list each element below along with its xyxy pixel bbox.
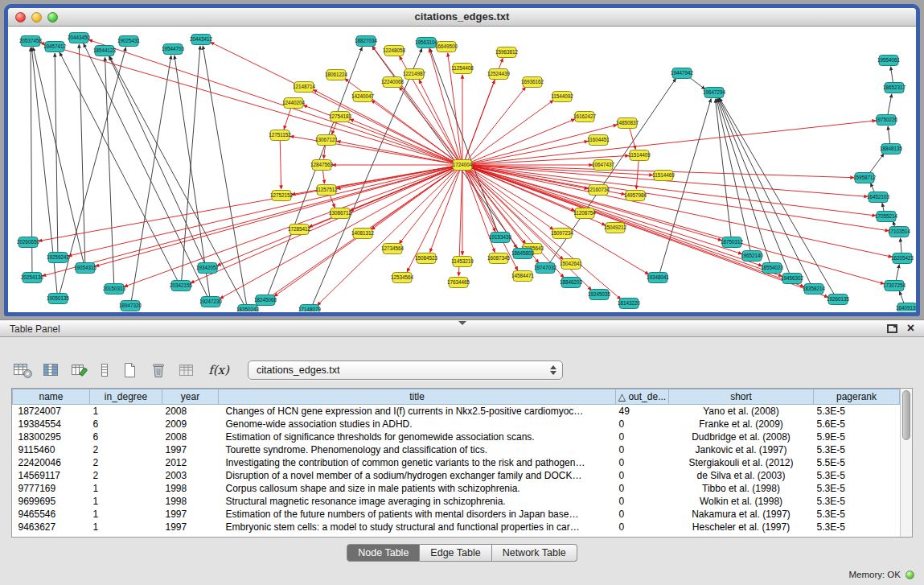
graph-node[interactable]: 18350243	[236, 305, 260, 312]
graph-node[interactable]: 12248058	[383, 46, 406, 56]
table-cell[interactable]: Estimation of significance thresholds fo…	[219, 431, 616, 443]
graph-node[interactable]: 19050135	[47, 294, 70, 304]
graph-node[interactable]: 20443450	[68, 33, 91, 43]
table-cell[interactable]: 5.3E-5	[814, 508, 900, 521]
table-cell[interactable]: Dudbridge et al. (2008)	[669, 431, 814, 443]
graph-node[interactable]: 16649500	[435, 42, 458, 52]
graph-node[interactable]: 18544123	[93, 46, 117, 56]
graph-node[interactable]: 19750226	[875, 115, 898, 126]
graph-node[interactable]: 19563104	[415, 38, 438, 48]
table-cell[interactable]: 0	[616, 443, 669, 456]
graph-node[interactable]: 18750312	[721, 237, 744, 248]
table-row[interactable]: 1456911722003Disruption of a novel membe…	[13, 469, 900, 482]
close-button[interactable]	[15, 12, 26, 23]
tab-node-table[interactable]: Node Table	[347, 544, 420, 562]
graph-node[interactable]: 17307254	[883, 281, 906, 291]
minimize-button[interactable]	[31, 12, 42, 23]
tab-edge-table[interactable]: Edge Table	[420, 544, 491, 562]
graph-node[interactable]: 17148079	[298, 305, 322, 312]
graph-edge[interactable]	[88, 40, 458, 164]
table-cell[interactable]: 2012	[162, 456, 219, 469]
graph-node[interactable]: 11254408	[451, 64, 474, 74]
table-cell[interactable]: 6	[90, 431, 162, 443]
graph-node[interactable]: 19054315	[74, 263, 97, 274]
table-cell[interactable]: Estimation of the future numbers of pati…	[219, 508, 616, 521]
table-cell[interactable]: 5.5E-5	[814, 456, 900, 469]
function-builder-button[interactable]: f(x)	[205, 360, 232, 381]
graph-edge[interactable]	[60, 47, 126, 295]
table-select[interactable]: citations_edges.txt	[248, 360, 563, 380]
table-scrollbar-thumb[interactable]	[902, 390, 910, 440]
table-cell[interactable]: 18724007	[13, 405, 90, 418]
table-cell[interactable]: 2	[90, 469, 162, 482]
table-cell[interactable]: 5.3E-5	[814, 469, 900, 482]
table-cell[interactable]: 1	[90, 508, 162, 521]
graph-node[interactable]: 14081312	[351, 229, 375, 239]
table-cell[interactable]: 5.3E-5	[814, 482, 900, 495]
graph-node[interactable]: 15049212	[604, 223, 627, 233]
graph-node[interactable]: 19245035	[588, 290, 611, 300]
graph-node[interactable]: 19348041	[647, 273, 670, 283]
graph-node[interactable]: 19544703	[162, 44, 185, 55]
table-cell[interactable]: 0	[616, 418, 669, 431]
table-row[interactable]: 969969511998Structural magnetic resonanc…	[13, 495, 900, 508]
graph-node[interactable]: 10647437	[592, 160, 615, 171]
graph-node[interactable]: 12240068	[381, 77, 405, 88]
graph-node[interactable]: 18143220	[618, 299, 641, 309]
table-cell[interactable]: de Silva et al. (2003)	[669, 469, 814, 482]
graph-node[interactable]: 17634465	[447, 278, 470, 288]
graph-node[interactable]: 11208754	[573, 208, 596, 219]
graph-node[interactable]: 19652140	[741, 251, 764, 262]
table-cell[interactable]: 0	[616, 508, 669, 521]
table-cell[interactable]: 2008	[162, 431, 219, 443]
float-panel-icon[interactable]	[887, 324, 897, 333]
graph-node[interactable]: 20260650	[17, 237, 40, 248]
table-cell[interactable]: Genome-wide association studies in ADHD.	[219, 418, 616, 431]
table-row[interactable]: 911546021997Tourette syndrome. Phenomeno…	[13, 443, 900, 456]
table-cell[interactable]: 19384554	[13, 418, 90, 431]
table-cell[interactable]: 2	[90, 443, 162, 456]
graph-edge[interactable]	[33, 47, 84, 265]
table-cell[interactable]: 1	[90, 482, 162, 495]
table-cell[interactable]: 1997	[162, 443, 219, 456]
graph-node[interactable]: 13067121	[315, 135, 339, 146]
graph-edge[interactable]	[901, 238, 902, 255]
zoom-button[interactable]	[47, 12, 58, 23]
graph-edge[interactable]	[466, 101, 553, 163]
graph-node[interactable]: 12214987	[403, 69, 426, 80]
table-cell[interactable]: 2009	[162, 418, 219, 431]
graph-node[interactable]: 15958712	[853, 173, 877, 183]
graph-node[interactable]: 17055214	[875, 212, 898, 222]
table-cell[interactable]: 1997	[162, 521, 219, 534]
graph-edge[interactable]	[719, 98, 811, 286]
graph-node[interactable]: 15097234	[551, 229, 574, 239]
graph-edge[interactable]	[467, 166, 889, 231]
graph-node[interactable]: 18947320	[119, 301, 142, 311]
table-cell[interactable]: 9465546	[13, 508, 90, 521]
column-header-0[interactable]: name	[13, 389, 90, 405]
table-cell[interactable]: 0	[616, 482, 669, 495]
graph-node[interactable]: 12751152	[269, 130, 291, 141]
table-cell[interactable]: 5.3E-5	[814, 521, 900, 534]
table-cell[interactable]: 1998	[162, 482, 219, 495]
table-cell[interactable]: Investigating the contribution of common…	[219, 456, 616, 469]
graph-edge[interactable]	[68, 166, 458, 256]
import-table-icon[interactable]	[176, 360, 198, 381]
table-cell[interactable]: 5.3E-5	[814, 495, 900, 508]
table-cell[interactable]: Franke et al. (2009)	[669, 418, 814, 431]
graph-node[interactable]: 18645803	[511, 249, 535, 259]
column-header-5[interactable]: short	[669, 389, 814, 405]
graph-edge[interactable]	[716, 99, 732, 239]
graph-node[interactable]: 18827034	[355, 36, 378, 47]
table-row[interactable]: 1872400712008Changes of HCN gene express…	[13, 405, 900, 418]
table-row[interactable]: 946362711997Embryonic stem cells: a mode…	[13, 521, 900, 534]
create-table-icon[interactable]	[118, 360, 140, 381]
table-cell[interactable]: 5.6E-5	[814, 418, 900, 431]
table-scrollbar[interactable]	[900, 389, 912, 537]
graph-edge[interactable]	[105, 57, 114, 286]
graph-edge[interactable]	[84, 43, 209, 299]
table-cell[interactable]: Changes of HCN gene expression and I(f) …	[219, 405, 616, 418]
graph-node[interactable]: 11453219	[451, 257, 474, 267]
table-cell[interactable]: 5.9E-5	[814, 431, 900, 443]
table-cell[interactable]: 49	[616, 405, 669, 418]
